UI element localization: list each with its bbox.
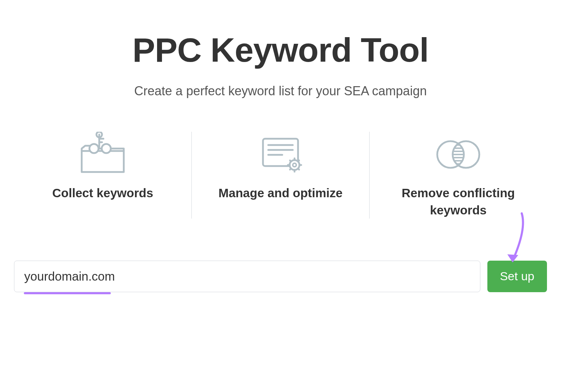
svg-point-1: [102, 144, 111, 153]
remove-conflicts-icon: [427, 132, 490, 177]
feature-label-collect: Collect keywords: [52, 184, 153, 201]
feature-conflicts: Remove conflicting keywords: [370, 132, 547, 219]
svg-line-18: [290, 169, 291, 170]
domain-input[interactable]: [14, 261, 480, 292]
svg-line-19: [298, 160, 299, 161]
features-row: Collect keywords: [14, 132, 547, 219]
domain-input-wrapper: [14, 261, 480, 292]
page-subtitle: Create a perfect keyword list for your S…: [134, 84, 427, 98]
form-row: Set up: [14, 261, 547, 292]
page-title: PPC Keyword Tool: [133, 32, 429, 69]
svg-point-0: [89, 144, 99, 153]
svg-line-16: [290, 160, 291, 161]
feature-collect: Collect keywords: [14, 132, 192, 219]
manage-optimize-icon: [258, 132, 303, 177]
collect-keywords-icon: [75, 132, 131, 177]
svg-line-17: [298, 169, 299, 170]
input-highlight: [24, 292, 111, 294]
feature-manage: Manage and optimize: [192, 132, 370, 219]
feature-label-conflicts: Remove conflicting keywords: [384, 184, 533, 219]
page-container: PPC Keyword Tool Create a perfect keywor…: [0, 0, 561, 292]
setup-button[interactable]: Set up: [487, 261, 547, 292]
feature-label-manage: Manage and optimize: [218, 184, 343, 201]
